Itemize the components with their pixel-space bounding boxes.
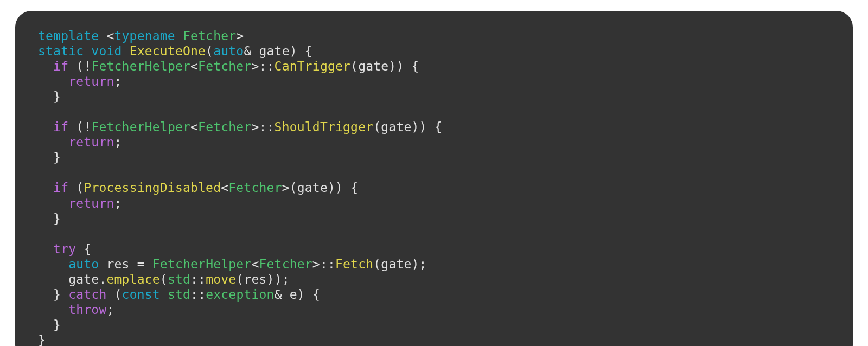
sp: [106, 287, 114, 302]
sp: [427, 120, 435, 134]
op: (: [290, 181, 297, 195]
op: (: [76, 181, 84, 195]
cp: ): [388, 59, 396, 73]
amp: &: [275, 287, 282, 302]
code-pre: template <typename Fetcher> static void …: [38, 28, 830, 346]
kw-auto: auto: [213, 44, 244, 58]
sp: [404, 59, 411, 73]
semi: ;: [114, 135, 122, 149]
semi: ;: [282, 272, 290, 286]
semi: ;: [106, 303, 114, 317]
cb: }: [53, 287, 61, 302]
cb: }: [53, 89, 61, 104]
semi: ;: [419, 257, 427, 271]
kw-static: static: [38, 44, 84, 58]
cp: ): [412, 120, 419, 134]
kw-typename: typename: [114, 29, 175, 43]
sp: [130, 257, 137, 271]
type-fetcherhelper: FetcherHelper: [152, 257, 252, 271]
type-fetcherhelper: FetcherHelper: [91, 59, 190, 73]
dcol: ::: [320, 257, 335, 271]
dot: .: [99, 272, 106, 286]
var-res: res: [106, 257, 129, 271]
sp: [99, 29, 106, 43]
ob: {: [412, 59, 419, 73]
cp: ): [290, 44, 297, 58]
op: (: [76, 59, 84, 73]
op: (: [373, 120, 381, 134]
sp: [68, 59, 76, 73]
ob: {: [350, 181, 358, 195]
op: (: [114, 287, 122, 302]
sp: [99, 257, 106, 271]
cb: }: [53, 150, 61, 164]
var-res: res: [244, 272, 266, 286]
cp: ): [328, 181, 335, 195]
kw-catch: catch: [68, 287, 106, 302]
op: (: [373, 257, 381, 271]
amp: &: [244, 44, 251, 58]
var-gate: gate: [381, 257, 411, 271]
fn-emplace: emplace: [106, 272, 159, 286]
kw-return: return: [68, 74, 114, 88]
kw-return: return: [68, 196, 114, 210]
cp: ): [267, 272, 275, 286]
cb: }: [38, 333, 46, 346]
semi: ;: [114, 74, 122, 88]
lt: <: [221, 181, 228, 195]
not: !: [84, 120, 91, 134]
type-exception: exception: [206, 287, 274, 302]
gt: >: [251, 59, 259, 73]
lt: <: [251, 257, 259, 271]
sp: [68, 120, 76, 134]
fn-executeone: ExecuteOne: [130, 44, 206, 58]
op: (: [350, 59, 358, 73]
dcol: ::: [190, 272, 206, 286]
sp: [297, 44, 305, 58]
sp: [84, 44, 91, 58]
sp: [282, 287, 290, 302]
dcol: ::: [190, 287, 206, 302]
cp: ): [275, 272, 282, 286]
var-gate: gate: [381, 120, 411, 134]
gt: >: [312, 257, 320, 271]
kw-if: if: [53, 120, 68, 134]
ns-std: std: [168, 272, 190, 286]
lt: <: [190, 59, 198, 73]
cp: ): [297, 287, 305, 302]
type-fetcherhelper: FetcherHelper: [91, 120, 190, 134]
not: !: [84, 59, 91, 73]
sp: [343, 181, 350, 195]
fn-fetch: Fetch: [335, 257, 373, 271]
kw-try: try: [53, 242, 76, 256]
cp: ): [419, 120, 427, 134]
fn-processingdisabled: ProcessingDisabled: [84, 181, 221, 195]
sp: [68, 181, 76, 195]
var-e: e: [290, 287, 297, 302]
sp: [305, 287, 312, 302]
fn-shouldtrigger: ShouldTrigger: [275, 120, 374, 134]
fn-cantrigger: CanTrigger: [275, 59, 350, 73]
var-gate: gate: [297, 181, 328, 195]
cp: ): [412, 257, 419, 271]
gt: >: [251, 120, 259, 134]
kw-const: const: [122, 287, 160, 302]
gt: >: [236, 29, 244, 43]
type-fetcher: Fetcher: [198, 59, 251, 73]
cp: ): [335, 181, 343, 195]
op: (: [76, 120, 84, 134]
sp: [175, 29, 183, 43]
ob: {: [305, 44, 312, 58]
var-gate: gate: [259, 44, 290, 58]
code-block: template <typename Fetcher> static void …: [15, 11, 853, 346]
op: (: [206, 44, 213, 58]
kw-void: void: [91, 44, 122, 58]
ns-std: std: [168, 287, 190, 302]
sp: [61, 287, 68, 302]
kw-auto: auto: [68, 257, 99, 271]
cp: ): [396, 59, 404, 73]
sp: [76, 242, 84, 256]
ob: {: [312, 287, 320, 302]
ob: {: [435, 120, 442, 134]
eq: =: [137, 257, 145, 271]
